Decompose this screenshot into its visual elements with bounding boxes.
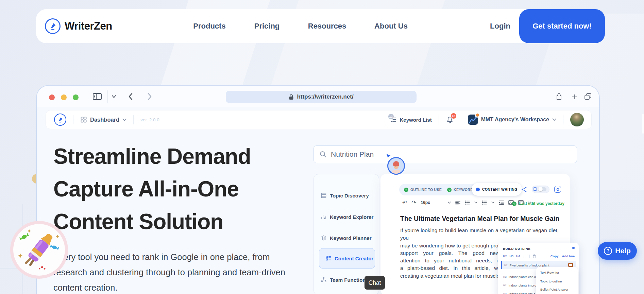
keyword-list-badge: 12: [388, 113, 394, 120]
article-line: If you're looking to build lean muscle o…: [400, 227, 559, 242]
team-function-icon: [321, 277, 327, 283]
nav-link-pricing[interactable]: Pricing: [254, 9, 280, 43]
keyword-list-label: Keyword List: [400, 117, 432, 123]
tab-h3[interactable]: H3: [510, 255, 514, 258]
outline-title: BUILD OUTLINE: [503, 247, 530, 250]
menu-item-bullet-point-answer[interactable]: Bullet-Point Answer: [540, 286, 575, 293]
copy-button[interactable]: Copy: [550, 254, 559, 258]
menu-item-keyword-explorer[interactable]: Keyword Explorer: [321, 212, 373, 222]
topic-discovery-icon: [321, 192, 327, 198]
settings-icon[interactable]: [554, 186, 561, 193]
tabs-overview-icon[interactable]: [584, 93, 592, 100]
user-avatar[interactable]: [570, 113, 584, 126]
workspace-status-dot: [476, 114, 479, 117]
menu-item-content-creator[interactable]: Content Creator: [319, 248, 375, 269]
ai-action-icon[interactable]: [568, 263, 573, 267]
new-tab-icon[interactable]: [571, 94, 577, 100]
tab-h2[interactable]: H2: [503, 255, 507, 258]
menu-item-keyword-planner[interactable]: Keyword Planner: [321, 233, 372, 243]
article-title: The Ultimate Vegetarian Meal Plan for Mu…: [400, 215, 559, 223]
get-started-button[interactable]: Get started now!: [519, 9, 605, 43]
tab-h4[interactable]: H4: [516, 255, 520, 258]
nav-link-products[interactable]: Products: [193, 9, 225, 43]
heading-tag: H2: [503, 284, 507, 287]
brand[interactable]: WriterZen: [45, 9, 112, 43]
redo-icon[interactable]: ↷: [411, 199, 416, 206]
chevron-down-icon[interactable]: [448, 202, 451, 204]
hero-title-line: Content Solution: [53, 205, 251, 238]
chip-label: CONTENT WRITING: [482, 187, 518, 191]
menu-item-label: Topic Discovery: [330, 193, 369, 198]
page-scrollbar-thumb[interactable]: [642, 114, 644, 134]
chat-button[interactable]: Chat: [365, 276, 385, 290]
trash-icon[interactable]: [532, 254, 536, 258]
address-bar[interactable]: https://writerzen.net/: [226, 91, 417, 103]
keyword-explorer-icon: [321, 214, 327, 220]
sidebar-toggle-icon[interactable]: [92, 92, 102, 101]
content-creator-icon: [325, 255, 332, 261]
share-nodes-icon[interactable]: [521, 187, 527, 192]
check-icon: [512, 202, 516, 206]
chevron-down-icon[interactable]: [112, 95, 116, 98]
nav-link-resources[interactable]: Resources: [308, 9, 346, 43]
back-icon[interactable]: [128, 93, 133, 100]
align-icon[interactable]: [455, 200, 460, 205]
outline-row-text: Five benefits of indoor plant: [510, 263, 549, 267]
menu-item-label: Content Creator: [335, 256, 373, 261]
notifications-bell-icon[interactable]: 12: [446, 115, 454, 124]
hero-title: Streamline Demand Capture All-in-One Con…: [53, 140, 251, 238]
app-logo-icon[interactable]: [54, 114, 66, 126]
help-button[interactable]: ? Help: [598, 242, 637, 260]
lock-icon: [289, 94, 294, 100]
close-window-icon[interactable]: [49, 94, 55, 100]
panel-status-dot: [572, 247, 575, 249]
menu-item-topic-discovery[interactable]: Topic Discovery: [321, 191, 369, 200]
app-header-right: 12 Keyword List 12 MMT Agency's Workspac…: [390, 113, 592, 126]
undo-icon[interactable]: ↶: [402, 199, 407, 206]
menu-item-topic-to-outline[interactable]: Topic to outline: [540, 277, 575, 285]
maximize-window-icon[interactable]: [73, 94, 79, 100]
help-label: Help: [615, 247, 631, 255]
keyword-list-button[interactable]: 12 Keyword List: [390, 116, 432, 123]
hero-description: Every tool you need to rank in Google in…: [53, 249, 298, 294]
workspace-switcher[interactable]: MMT Agency's Workspace: [468, 115, 556, 125]
toggle-knob: [538, 187, 543, 191]
list-icon[interactable]: [523, 255, 527, 258]
check-icon: [404, 188, 408, 192]
login-link[interactable]: Login: [490, 9, 510, 43]
forward-icon[interactable]: [147, 93, 152, 100]
search-icon: [319, 151, 327, 158]
indent-icon[interactable]: [499, 200, 504, 205]
menu-item-label: Keyword Planner: [330, 235, 372, 241]
minimize-window-icon[interactable]: [61, 94, 67, 100]
workspace-label: MMT Agency's Workspace: [481, 117, 549, 123]
font-size-select[interactable]: 16px: [421, 200, 430, 205]
heading-tag: H2: [504, 264, 508, 267]
share-icon[interactable]: [556, 92, 562, 101]
browser-mockup-window: https://writerzen.net/ Dashboard ver. 2.…: [36, 85, 600, 294]
menu-item-text-rewriter[interactable]: Text Rewriter: [540, 269, 575, 276]
search-input[interactable]: Nutrition Plan: [313, 145, 577, 163]
build-outline-panel: BUILD OUTLINE H2 H3 H4 Copy Add line H2 …: [498, 243, 579, 294]
check-icon: [447, 188, 452, 192]
cursor-pointer-icon: [386, 153, 392, 159]
menu-item-team-function[interactable]: Team Function: [321, 275, 366, 284]
bullet-list-icon[interactable]: [465, 200, 470, 205]
divider: [563, 115, 563, 124]
numbered-list-icon[interactable]: [482, 200, 487, 205]
hero-title-line: Capture All-in-One: [53, 173, 251, 205]
chevron-down-icon[interactable]: [474, 202, 477, 204]
toggle-track: [538, 187, 546, 191]
outline-actions: Copy Add line: [550, 254, 575, 258]
chevron-down-icon[interactable]: [491, 202, 494, 204]
save-toggle[interactable]: [532, 186, 549, 193]
keyword-planner-icon: [321, 235, 327, 241]
chip-content-writing[interactable]: CONTENT WRITING: [472, 183, 522, 196]
chip-outline-to-use[interactable]: OUTLINE TO USE: [404, 188, 442, 192]
add-line-button[interactable]: Add line: [562, 254, 575, 258]
nav-link-about-us[interactable]: About Us: [374, 9, 408, 43]
outline-context-menu: Text Rewriter Topic to outline Bullet-Po…: [536, 267, 578, 294]
dashboard-menu[interactable]: Dashboard: [80, 116, 126, 123]
url-text: https://writerzen.net/: [297, 93, 353, 100]
last-edit-label: Last edit was yesterday: [519, 201, 564, 206]
